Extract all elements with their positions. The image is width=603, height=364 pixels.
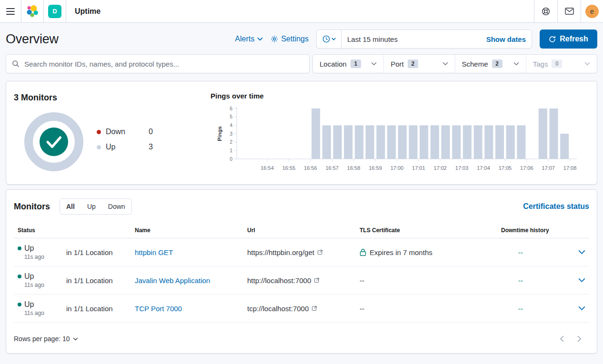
ping-bar bbox=[506, 125, 515, 159]
ping-bar bbox=[560, 134, 569, 159]
external-link-icon[interactable] bbox=[311, 305, 317, 312]
gear-icon bbox=[271, 35, 278, 43]
time-range-value[interactable]: Last 15 minutes bbox=[342, 35, 481, 43]
search-box bbox=[6, 54, 310, 73]
external-link-icon[interactable] bbox=[317, 249, 323, 256]
filter-button-scheme[interactable]: Scheme2 bbox=[455, 55, 526, 73]
ping-bar bbox=[452, 125, 461, 159]
tab-all[interactable]: All bbox=[60, 199, 81, 214]
ping-bar bbox=[474, 125, 482, 159]
tab-down[interactable]: Down bbox=[102, 199, 131, 214]
external-link-icon[interactable] bbox=[313, 277, 320, 284]
table-row: Up11s agoin 1/1 Locationhttpbin GEThttps… bbox=[14, 238, 589, 266]
chevron-right-icon bbox=[577, 335, 582, 342]
svg-text:16:57: 16:57 bbox=[325, 165, 339, 171]
elastic-logo[interactable] bbox=[21, 0, 43, 22]
filter-count-badge: 2 bbox=[408, 59, 418, 68]
status-cell: Up11s agoin 1/1 Location bbox=[14, 295, 131, 322]
refresh-button[interactable]: Refresh bbox=[540, 30, 597, 49]
alerts-label: Alerts bbox=[235, 35, 254, 43]
mail-icon bbox=[565, 8, 574, 15]
ping-bar bbox=[398, 125, 407, 159]
life-ring-icon bbox=[542, 7, 550, 16]
tls-text: -- bbox=[360, 305, 364, 313]
svg-text:16:59: 16:59 bbox=[369, 165, 382, 171]
table-header-row: StatusNameUrlTLS CertificateDowntime his… bbox=[14, 222, 589, 238]
legend-item-up: Up3 bbox=[97, 143, 153, 151]
svg-text:17:00: 17:00 bbox=[391, 165, 404, 171]
status-text: Up bbox=[24, 244, 34, 253]
space-badge: D bbox=[48, 5, 61, 18]
expand-row-button[interactable] bbox=[578, 250, 585, 255]
svg-text:16:56: 16:56 bbox=[304, 165, 317, 171]
status-legend: Down0Up3 bbox=[97, 128, 153, 151]
tls-text: Expires in 7 months bbox=[370, 248, 432, 256]
filter-label: Scheme bbox=[462, 60, 488, 68]
next-page-button[interactable] bbox=[577, 335, 582, 342]
tab-up[interactable]: Up bbox=[81, 199, 102, 214]
column-header-name: Name bbox=[131, 227, 243, 234]
previous-page-button[interactable] bbox=[560, 335, 564, 342]
rows-per-page-button[interactable]: Rows per page: 10 bbox=[14, 335, 78, 343]
expand-row-button[interactable] bbox=[578, 278, 585, 283]
url-text: tcp://localhost:7000 bbox=[247, 305, 309, 313]
location-text: in 1/1 Location bbox=[66, 238, 113, 266]
alerts-dropdown-button[interactable]: Alerts bbox=[235, 35, 263, 43]
table-row: Up11s agoin 1/1 LocationJavalin Web Appl… bbox=[14, 266, 589, 295]
search-icon bbox=[12, 60, 20, 68]
monitor-name-link[interactable]: Javalin Web Application bbox=[131, 276, 243, 285]
show-dates-button[interactable]: Show dates bbox=[481, 35, 532, 43]
legend-value: 3 bbox=[149, 143, 153, 151]
monitors-table: StatusNameUrlTLS CertificateDowntime his… bbox=[14, 222, 589, 323]
status-up-dot-icon bbox=[18, 246, 21, 250]
chevron-down-icon bbox=[578, 306, 585, 311]
table-footer: Rows per page: 10 bbox=[14, 331, 589, 346]
svg-text:17:03: 17:03 bbox=[455, 165, 469, 171]
expand-row-button[interactable] bbox=[578, 306, 585, 311]
monitor-name-link[interactable]: httpbin GET bbox=[131, 248, 243, 256]
legend-value: 0 bbox=[149, 128, 153, 136]
settings-button[interactable]: Settings bbox=[271, 35, 309, 43]
status-text: Up bbox=[24, 300, 34, 309]
space-selector[interactable]: D bbox=[44, 0, 66, 22]
page-title: Overview bbox=[6, 32, 59, 47]
location-text: in 1/1 Location bbox=[66, 295, 113, 322]
monitor-name-link[interactable]: TCP Port 7000 bbox=[131, 305, 243, 313]
ping-bar bbox=[420, 125, 428, 159]
column-header-downtime-history: Downtime history bbox=[497, 227, 566, 234]
chevron-down-icon bbox=[442, 62, 448, 66]
filter-button-location[interactable]: Location1 bbox=[313, 55, 384, 73]
search-input[interactable] bbox=[24, 60, 303, 68]
svg-text:16:55: 16:55 bbox=[282, 165, 296, 171]
tls-cell: -- bbox=[356, 305, 497, 313]
filter-button-port[interactable]: Port2 bbox=[384, 55, 455, 73]
certificates-status-link[interactable]: Certificates status bbox=[523, 202, 589, 211]
snapshot-panel: 3 Monitors Down0Up3 Pings over time 0123… bbox=[6, 81, 597, 185]
app-title: Uptime bbox=[66, 0, 100, 22]
user-menu-button[interactable]: e bbox=[581, 0, 603, 22]
ping-bar bbox=[376, 125, 385, 159]
svg-text:1: 1 bbox=[230, 148, 232, 153]
svg-text:17:05: 17:05 bbox=[499, 165, 512, 171]
menu-icon[interactable] bbox=[0, 0, 21, 22]
table-row: Up11s agoin 1/1 LocationTCP Port 7000tcp… bbox=[14, 295, 589, 323]
url-cell: tcp://localhost:7000 bbox=[243, 305, 356, 313]
ping-bar bbox=[322, 125, 331, 159]
filter-label: Port bbox=[391, 60, 404, 68]
quick-select-button[interactable] bbox=[317, 30, 342, 48]
ping-bar bbox=[387, 125, 396, 159]
status-up-dot-icon bbox=[18, 303, 21, 306]
ping-bar bbox=[539, 108, 547, 159]
svg-text:6: 6 bbox=[230, 106, 232, 111]
chevron-down-icon bbox=[513, 62, 519, 66]
svg-text:17:01: 17:01 bbox=[412, 165, 425, 171]
downtime-history-cell: -- bbox=[497, 276, 566, 285]
refresh-label: Refresh bbox=[560, 35, 588, 43]
ping-bar bbox=[442, 125, 450, 159]
chevron-down-icon bbox=[578, 278, 585, 283]
newsfeed-button[interactable] bbox=[558, 0, 581, 22]
legend-label: Up bbox=[106, 143, 115, 151]
location-text: in 1/1 Location bbox=[66, 266, 113, 294]
help-button[interactable] bbox=[534, 0, 557, 22]
downtime-history-cell: -- bbox=[497, 305, 566, 313]
